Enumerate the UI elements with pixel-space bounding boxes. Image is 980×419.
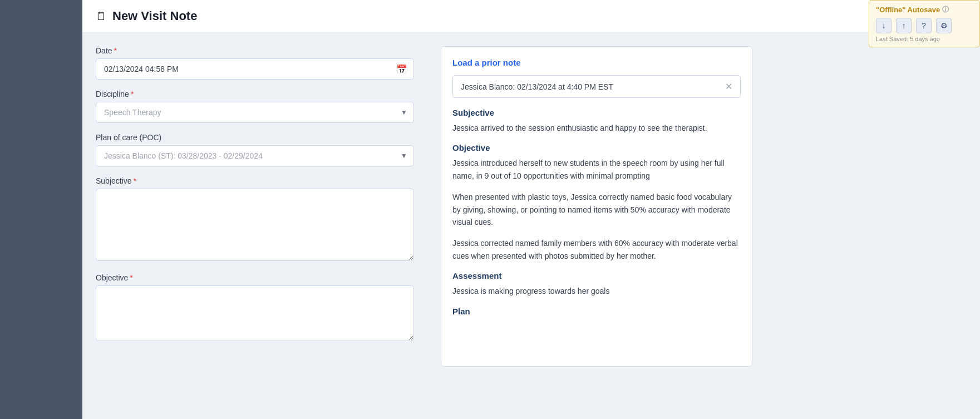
objective-label: Objective* <box>96 273 414 282</box>
subjective-field-group: Subjective* <box>96 176 414 263</box>
date-input-wrapper: 📅 <box>96 58 414 80</box>
main-content: 🗒 New Visit Note "Offline" Autosave ⓘ ↓ … <box>82 0 980 419</box>
autosave-last-saved: Last Saved: 5 days ago <box>876 36 973 42</box>
note-section-text: Jessica corrected named family members w… <box>452 237 741 262</box>
autosave-upload-button[interactable]: ↑ <box>896 18 912 33</box>
discipline-select-wrapper: Speech Therapy ▼ <box>96 102 414 123</box>
plan-of-care-select-wrapper: Jessica Blanco (ST): 03/28/2023 - 02/29/… <box>96 145 414 166</box>
objective-textarea[interactable] <box>96 285 414 341</box>
sidebar <box>0 0 82 419</box>
subjective-label: Subjective* <box>96 176 414 185</box>
autosave-panel: "Offline" Autosave ⓘ ↓ ↑ ? ⚙ Last Saved:… <box>869 0 980 47</box>
discipline-field-group: Discipline* Speech Therapy ▼ <box>96 90 414 123</box>
autosave-question-button[interactable]: ? <box>916 18 932 33</box>
calendar-icon: 📅 <box>396 64 407 75</box>
objective-field-group: Objective* <box>96 273 414 343</box>
prior-note-chip-text: Jessica Blanco: 02/13/2024 at 4:40 PM ES… <box>461 82 613 91</box>
form-left-panel: Date* 📅 Discipline* Speech Therapy ▼ <box>82 33 427 367</box>
form-layout: Date* 📅 Discipline* Speech Therapy ▼ <box>82 33 980 367</box>
discipline-label: Discipline* <box>96 90 414 98</box>
note-section-text: Jessica arrived to the session enthusias… <box>452 122 741 134</box>
note-section-text: Jessica introduced herself to new studen… <box>452 157 741 182</box>
note-section-heading: Plan <box>452 307 741 316</box>
note-section-text: Jessica is making progress towards her g… <box>452 285 741 297</box>
prior-note-chip-close-button[interactable]: ✕ <box>725 81 732 92</box>
prior-note-panel: Load a prior note Jessica Blanco: 02/13/… <box>441 46 752 367</box>
autosave-help-icon[interactable]: ⓘ <box>942 5 949 14</box>
prior-note-chip: Jessica Blanco: 02/13/2024 at 4:40 PM ES… <box>452 75 741 98</box>
page-title: New Visit Note <box>112 9 197 23</box>
date-field-group: Date* 📅 <box>96 46 414 80</box>
autosave-icon-row: ↓ ↑ ? ⚙ <box>876 18 973 33</box>
note-section-heading: Subjective <box>452 108 741 117</box>
autosave-title: "Offline" Autosave ⓘ <box>876 5 973 14</box>
plan-of-care-select[interactable]: Jessica Blanco (ST): 03/28/2023 - 02/29/… <box>96 145 414 166</box>
plan-of-care-field-group: Plan of care (POC) Jessica Blanco (ST): … <box>96 133 414 166</box>
load-prior-note-button[interactable]: Load a prior note <box>452 58 741 67</box>
note-section-heading: Objective <box>452 143 741 152</box>
discipline-select[interactable]: Speech Therapy <box>96 102 414 123</box>
autosave-download-button[interactable]: ↓ <box>876 18 892 33</box>
note-sections-container: SubjectiveJessica arrived to the session… <box>452 108 741 316</box>
plan-of-care-label: Plan of care (POC) <box>96 133 414 142</box>
date-input[interactable] <box>96 58 414 80</box>
note-section-heading: Assessment <box>452 271 741 280</box>
page-header-icon: 🗒 <box>96 10 107 23</box>
autosave-gear-button[interactable]: ⚙ <box>936 18 952 33</box>
subjective-textarea[interactable] <box>96 189 414 261</box>
note-section-text: When presented with plastic toys, Jessic… <box>452 191 741 228</box>
date-label: Date* <box>96 46 414 55</box>
page-header: 🗒 New Visit Note <box>82 0 980 33</box>
